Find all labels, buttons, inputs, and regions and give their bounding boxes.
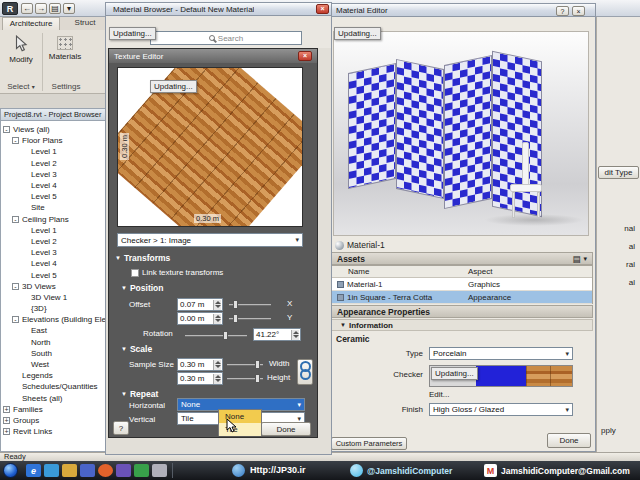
tree-item[interactable]: - Ceiling Plans [1, 214, 107, 225]
width-spinner[interactable] [213, 360, 221, 370]
tree-item[interactable]: - 3D Views [1, 281, 107, 292]
tree-item[interactable]: {3D} [1, 303, 107, 314]
rotation-field[interactable]: 41.22° [253, 328, 301, 341]
ceramic-section-label[interactable]: Ceramic [336, 334, 370, 344]
information-section-header[interactable]: ▼ Information [331, 319, 593, 331]
texture-editor-done-button[interactable]: Done [261, 422, 311, 436]
taskbar-email-text[interactable]: JamshidiComputer@Gmail.com [501, 466, 630, 476]
texture-preview[interactable]: Updating... 0.30 m 0.30 m [117, 67, 303, 227]
custom-parameters-button[interactable]: Custom Parameters [331, 437, 407, 450]
materials-button[interactable]: Materials [45, 33, 85, 79]
width-slider[interactable] [227, 364, 263, 366]
link-width-height-icon[interactable] [297, 359, 313, 385]
assets-header[interactable]: Assets ▤ ▾ [331, 252, 593, 265]
tree-expand-box[interactable]: - [12, 216, 19, 223]
height-slider-handle[interactable] [255, 374, 260, 383]
material-editor-help-button[interactable]: ? [556, 6, 569, 16]
taskbar-url-text[interactable]: Http://JP30.ir [250, 465, 306, 475]
firefox-icon[interactable] [98, 464, 113, 477]
search-input[interactable]: Search [150, 31, 302, 45]
texture-editor-close-button[interactable]: × [298, 51, 312, 61]
rotation-slider[interactable] [185, 335, 247, 337]
tab-structure[interactable]: Struct [63, 17, 107, 30]
tree-item[interactable]: - Views (all) [1, 124, 107, 135]
texture-editor-help-button[interactable]: ? [113, 421, 129, 435]
tree-item[interactable]: East [1, 325, 107, 336]
offset-x-field[interactable]: 0.07 m [177, 298, 223, 311]
height-field[interactable]: 0.30 m [177, 372, 223, 385]
tree-item[interactable]: + Groups [1, 415, 107, 426]
tree-item[interactable]: - Elevations (Building Ele [1, 314, 107, 325]
repeat-section-header[interactable]: ▼ Repeat [121, 389, 158, 399]
tree-item[interactable]: Level 2 [1, 158, 107, 169]
tree-expand-box[interactable]: - [12, 283, 19, 290]
offset-x-spinner[interactable] [213, 300, 221, 310]
column-name[interactable]: Name [332, 267, 462, 276]
scale-section-header[interactable]: ▼ Scale [121, 344, 152, 354]
width-field[interactable]: 0.30 m [177, 358, 223, 371]
media-player-icon[interactable] [80, 464, 95, 477]
tree-item[interactable]: Level 5 [1, 191, 107, 202]
apply-button-fragment[interactable]: pply [601, 426, 637, 437]
properties-row-fragment[interactable]: nal [597, 220, 637, 238]
app-icon-purple[interactable] [116, 464, 131, 477]
type-dropdown[interactable]: Porcelain ▾ [429, 347, 573, 360]
width-slider-handle[interactable] [255, 360, 260, 369]
material-name-row[interactable]: Material-1 [335, 239, 495, 251]
asset-row[interactable]: Material-1 Graphics [332, 278, 592, 291]
ie-browser-icon[interactable]: e [26, 464, 41, 477]
map-selector-dropdown[interactable]: Checker > 1: Image ▾ [117, 233, 303, 247]
transforms-section-header[interactable]: ▼ Transforms [115, 253, 170, 263]
finish-dropdown[interactable]: High Gloss / Glazed ▾ [429, 403, 573, 416]
tree-item[interactable]: Level 3 [1, 247, 107, 258]
position-section-header[interactable]: ▼ Position [121, 283, 163, 293]
tree-item[interactable]: North [1, 337, 107, 348]
texture-editor-title-bar[interactable]: Texture Editor [109, 49, 317, 63]
redo-icon[interactable]: → [35, 3, 47, 14]
tree-item[interactable]: Site [1, 202, 107, 213]
offset-x-slider[interactable] [229, 304, 271, 306]
project-browser-header[interactable]: Project8.rvt - Project Browser [0, 108, 108, 121]
properties-row-fragment[interactable]: al [597, 238, 637, 256]
tree-expand-box[interactable]: + [3, 428, 10, 435]
tree-item[interactable]: Level 5 [1, 269, 107, 280]
tree-expand-box[interactable]: + [3, 417, 10, 424]
rotation-slider-handle[interactable] [223, 331, 228, 340]
height-spinner[interactable] [213, 374, 221, 384]
app-icon-gray[interactable] [152, 464, 167, 477]
material-editor-title-bar[interactable]: Material Editor [303, 3, 596, 17]
material-editor-close-button[interactable]: × [572, 6, 585, 16]
tree-item[interactable]: + Families [1, 404, 107, 415]
tree-item[interactable]: Level 2 [1, 236, 107, 247]
edit-texture-link[interactable]: Edit... [429, 390, 449, 399]
tree-item[interactable]: Level 4 [1, 180, 107, 191]
material-browser-title-bar[interactable]: Material Browser - Default New Material [105, 2, 332, 16]
tree-item[interactable]: 3D View 1 [1, 292, 107, 303]
link-transforms-row[interactable]: Link texture transforms [131, 268, 223, 277]
app-menu-button[interactable]: R [2, 2, 18, 15]
print-icon[interactable]: ▤ [49, 3, 61, 14]
material-editor-done-button[interactable]: Done [547, 433, 591, 448]
folder-icon[interactable] [62, 464, 77, 477]
material-browser-close-button[interactable]: × [316, 4, 329, 14]
tree-item[interactable]: Level 4 [1, 258, 107, 269]
offset-x-slider-handle[interactable] [233, 300, 238, 309]
explorer-icon[interactable] [44, 464, 59, 477]
asset-row[interactable]: 1in Square - Terra Cotta Appearance [332, 291, 592, 304]
render-preview[interactable] [333, 31, 589, 236]
tree-item[interactable]: Level 3 [1, 169, 107, 180]
link-transforms-checkbox[interactable] [131, 269, 139, 277]
tree-item[interactable]: - Floor Plans [1, 135, 107, 146]
edit-type-button[interactable]: dit Type [598, 166, 639, 179]
tab-architecture[interactable]: Architecture [2, 17, 60, 30]
offset-y-spinner[interactable] [213, 314, 221, 324]
properties-row-fragment[interactable]: ral [597, 256, 637, 274]
assets-menu-caret-icon[interactable]: ▾ [583, 255, 587, 263]
taskbar-handle-text[interactable]: @JamshidiComputer [367, 466, 452, 476]
qat-dropdown-icon[interactable]: ▾ [63, 3, 75, 14]
tree-item[interactable]: Level 1 [1, 225, 107, 236]
tree-item[interactable]: + Revit Links [1, 426, 107, 437]
height-slider[interactable] [227, 378, 263, 380]
properties-row-fragment[interactable]: al [597, 274, 637, 292]
offset-y-slider-handle[interactable] [233, 314, 238, 323]
